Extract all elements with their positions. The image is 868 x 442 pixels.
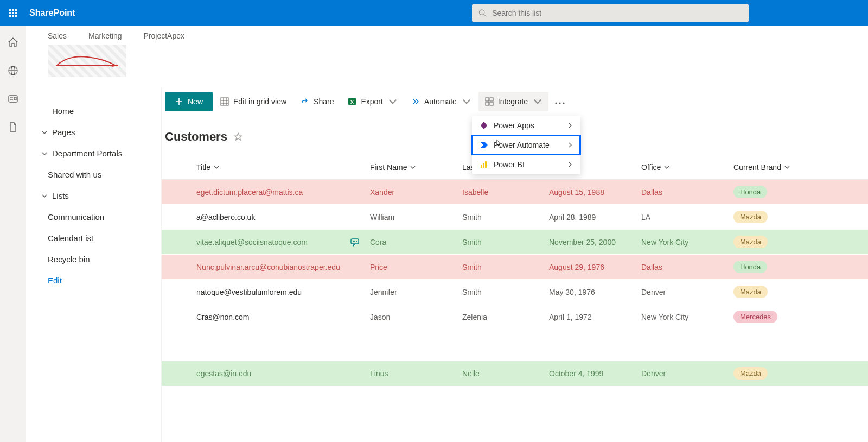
cell-last: Smith (462, 263, 549, 271)
col-first-name[interactable]: First Name (370, 157, 462, 177)
nav-communication[interactable]: Communication (26, 206, 161, 228)
chevron-down-icon (784, 165, 790, 170)
automate-icon (411, 97, 420, 106)
product-name[interactable]: SharePoint (29, 8, 75, 18)
cell-office: New York City (641, 313, 733, 321)
table-row[interactable]: Cras@non.comJasonZeleniaApril 1, 1972New… (162, 305, 868, 330)
home-icon[interactable] (8, 37, 18, 48)
nav-edit[interactable]: Edit (26, 270, 161, 291)
table-row[interactable]: natoque@vestibulumlorem.eduJenniferSmith… (162, 280, 868, 305)
svg-rect-27 (485, 161, 487, 168)
share-icon (301, 97, 309, 106)
cell-first: Jason (370, 313, 462, 321)
share-button[interactable]: Share (294, 92, 340, 111)
svg-point-29 (353, 241, 354, 242)
list-title: Customers (165, 130, 227, 144)
hub-link-projectapex[interactable]: ProjectApex (144, 31, 184, 40)
app-launcher[interactable] (0, 0, 26, 26)
nav-shared-with-us[interactable]: Shared with us (26, 164, 161, 185)
svg-rect-21 (490, 102, 493, 105)
nav-pages[interactable]: Pages (26, 122, 161, 143)
news-icon[interactable] (8, 93, 18, 104)
favorite-star-icon[interactable] (234, 132, 242, 141)
table-row[interactable]: egestas@in.eduLinusNelleOctober 4, 1999D… (162, 361, 868, 386)
col-office[interactable]: Office (641, 157, 733, 177)
search-icon (478, 9, 487, 17)
edit-grid-button[interactable]: Edit in grid view (214, 92, 293, 111)
search-input[interactable] (492, 9, 742, 17)
chevron-down-icon (664, 165, 669, 170)
site-logo[interactable] (48, 45, 126, 77)
automate-button[interactable]: Automate (405, 92, 477, 111)
chevron-down-icon (214, 165, 219, 170)
brand-badge: Mazda (733, 236, 768, 248)
table-row[interactable]: eget.dictum.placerat@mattis.caXanderIsab… (162, 180, 868, 205)
nav-lists[interactable]: Lists (26, 185, 161, 206)
chevron-down-icon (410, 165, 416, 170)
brand-badge: Mazda (733, 211, 768, 223)
svg-point-31 (356, 241, 357, 242)
more-icon (555, 102, 565, 104)
more-button[interactable] (550, 97, 570, 106)
table-row[interactable]: vitae.aliquet@sociisnatoque.comCoraSmith… (162, 230, 868, 255)
svg-rect-18 (486, 98, 489, 101)
cell-first: Cora (370, 238, 462, 247)
cell-first: Price (370, 263, 462, 271)
cell-title: Nunc.pulvinar.arcu@conubianostraper.edu (196, 263, 340, 271)
body-split: Home Pages Department Portals Shared wit… (26, 87, 868, 442)
svg-rect-19 (490, 98, 493, 101)
svg-rect-11 (221, 98, 228, 105)
menu-power-apps[interactable]: Power Apps (472, 116, 580, 135)
cell-office: Dallas (641, 263, 733, 271)
cell-last: Zelenia (462, 313, 549, 321)
cell-dob: April 1, 1972 (549, 313, 641, 321)
brand-badge: Mazda (733, 367, 768, 380)
cell-dob: August 29, 1976 (549, 263, 641, 271)
svg-point-22 (555, 102, 557, 104)
table-row[interactable]: Nunc.pulvinar.arcu@conubianostraper.eduP… (162, 255, 868, 280)
waffle-icon (9, 9, 17, 17)
search-box[interactable] (472, 4, 749, 22)
svg-rect-8 (14, 97, 16, 100)
brand-badge: Mazda (733, 286, 768, 298)
cell-first: Xander (370, 188, 462, 197)
table-gap (162, 330, 868, 361)
cell-office: New York City (641, 238, 733, 247)
list-table: Title First Name Last Name DOB Office Cu… (162, 155, 868, 386)
cell-last: Smith (462, 238, 549, 247)
cell-title: eget.dictum.placerat@mattis.ca (196, 188, 303, 197)
left-nav: Home Pages Department Portals Shared wit… (26, 87, 162, 442)
hub-link-marketing[interactable]: Marketing (88, 31, 122, 40)
integrate-button[interactable]: Integrate (478, 92, 548, 111)
chevron-right-icon (567, 142, 573, 148)
export-button[interactable]: X Export (341, 92, 403, 111)
menu-power-bi[interactable]: Power BI (472, 155, 580, 174)
power-bi-icon (480, 160, 488, 169)
chevron-down-icon (462, 97, 471, 106)
nav-recycle-bin[interactable]: Recycle bin (26, 249, 161, 270)
app-rail (0, 26, 26, 442)
nav-home[interactable]: Home (26, 100, 161, 122)
svg-rect-20 (486, 102, 489, 105)
menu-power-automate[interactable]: Power Automate (472, 135, 580, 155)
cell-last: Isabelle (462, 188, 549, 197)
globe-icon[interactable] (8, 65, 18, 76)
cursor-icon (495, 138, 505, 148)
cell-last: Smith (462, 288, 549, 296)
cell-dob: May 30, 1976 (549, 288, 641, 296)
col-current-brand[interactable]: Current Brand (733, 157, 820, 177)
suite-bar: SharePoint (0, 0, 868, 26)
brand-badge: Honda (733, 186, 767, 198)
cell-title: vitae.aliquet@sociisnatoque.com (196, 238, 308, 247)
new-button[interactable]: New (165, 92, 213, 111)
cell-office: Denver (641, 369, 733, 378)
nav-department-portals[interactable]: Department Portals (26, 143, 161, 164)
cell-last: Smith (462, 213, 549, 222)
nav-calendarlist[interactable]: CalendarList (26, 228, 161, 249)
svg-rect-25 (481, 165, 482, 168)
hub-link-sales[interactable]: Sales (48, 31, 67, 40)
file-icon[interactable] (8, 122, 18, 132)
table-row[interactable]: a@aclibero.co.ukWilliamSmithApril 28, 19… (162, 205, 868, 230)
comment-icon[interactable] (350, 238, 359, 247)
col-title[interactable]: Title (196, 157, 370, 177)
